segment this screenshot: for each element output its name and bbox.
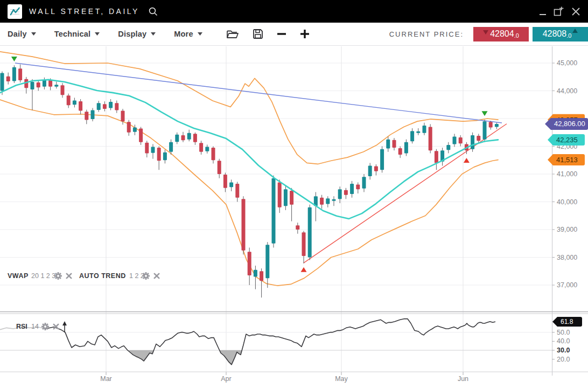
- current-price-label: CURRENT PRICE:: [389, 30, 464, 38]
- close-icon[interactable]: [571, 7, 580, 16]
- price-badge-last-price: 42,806.00: [545, 118, 588, 130]
- zoom-in-icon[interactable]: [300, 29, 310, 39]
- chart-title: WALL STREET, DAILY: [29, 7, 139, 16]
- title-bar: WALL STREET, DAILY: [0, 0, 588, 23]
- vwap-label: VWAP: [8, 272, 29, 280]
- bid-price-value: 42804: [490, 29, 514, 39]
- menu-label: Display: [118, 30, 146, 38]
- y-axis-label: 44,000: [557, 87, 577, 95]
- window-controls: [539, 6, 580, 17]
- chevron-down-icon: [95, 32, 100, 36]
- chevron-down-icon: [31, 32, 36, 36]
- price-badge-vwap: 42,235: [548, 134, 585, 146]
- rsi-axis-label: 50.0: [557, 329, 570, 336]
- price-down-arrow-icon: [483, 30, 488, 34]
- rsi-axis-label: 40.0: [557, 337, 570, 345]
- y-axis-label: 38,000: [557, 254, 577, 261]
- chart-toolbar: Daily Technical Display More CURRENT PRI…: [0, 23, 588, 46]
- popout-icon[interactable]: [554, 6, 564, 17]
- rsi-settings-icon[interactable]: [41, 323, 49, 330]
- ask-price-value: 42808: [543, 29, 567, 39]
- ask-price-fraction: .0: [566, 32, 571, 39]
- svg-text:61.8: 61.8: [561, 318, 573, 325]
- rsi-axis-label: 30.0: [557, 347, 570, 354]
- y-axis-label: 41,000: [557, 170, 577, 178]
- y-axis-label: 37,000: [557, 281, 577, 289]
- vwap-settings-icon[interactable]: [54, 272, 62, 280]
- app-logo-icon: [8, 4, 22, 19]
- menu-label: Technical: [54, 30, 91, 38]
- svg-text:42,235: 42,235: [556, 136, 578, 144]
- rsi-axis-label: 20.0: [557, 356, 570, 363]
- price-up-arrow-icon: [572, 29, 578, 33]
- chevron-down-icon: [198, 32, 202, 36]
- ask-price-badge: 42808.0: [533, 27, 588, 41]
- menu-label: More: [174, 30, 193, 38]
- menu-display[interactable]: Display: [118, 30, 156, 38]
- rsi-period: 14: [31, 323, 39, 330]
- minimize-icon[interactable]: [539, 6, 547, 16]
- bid-price-fraction: .0: [514, 32, 519, 39]
- vwap-params: 20 1 2 3: [31, 272, 55, 280]
- price-badge-lower-band: 41,513: [548, 154, 585, 165]
- y-axis-label: 45,000: [557, 59, 577, 67]
- menu-timeframe-daily[interactable]: Daily: [8, 30, 36, 38]
- svg-text:42,806.00: 42,806.00: [554, 120, 585, 128]
- x-axis-label: Jun: [458, 375, 468, 383]
- menu-label: Daily: [8, 30, 27, 38]
- svg-text:41,513: 41,513: [556, 156, 578, 164]
- x-axis-label: May: [335, 375, 348, 383]
- menu-more[interactable]: More: [174, 30, 202, 38]
- y-axis-label: 40,000: [557, 198, 577, 206]
- open-folder-icon[interactable]: [226, 29, 239, 39]
- x-axis-label: Mar: [100, 375, 112, 383]
- auto-trend-settings-icon[interactable]: [142, 272, 150, 280]
- auto-trend-label: AUTO TREND: [79, 272, 126, 280]
- x-axis-label: Apr: [221, 375, 231, 383]
- chevron-down-icon: [151, 32, 156, 36]
- auto-trend-params: 1 2 2: [129, 272, 144, 280]
- y-axis-label: 39,000: [557, 226, 577, 233]
- bid-price-badge: 42804.0: [473, 27, 529, 41]
- rsi-label: RSI: [16, 323, 27, 330]
- save-icon[interactable]: [253, 29, 263, 39]
- chart-canvas[interactable]: 45,00044,00043,00042,00041,00040,00039,0…: [0, 46, 588, 388]
- rsi-value-badge: 61.8: [552, 317, 582, 327]
- zoom-out-icon[interactable]: [277, 29, 286, 39]
- search-icon[interactable]: [148, 6, 158, 17]
- menu-technical[interactable]: Technical: [54, 30, 100, 38]
